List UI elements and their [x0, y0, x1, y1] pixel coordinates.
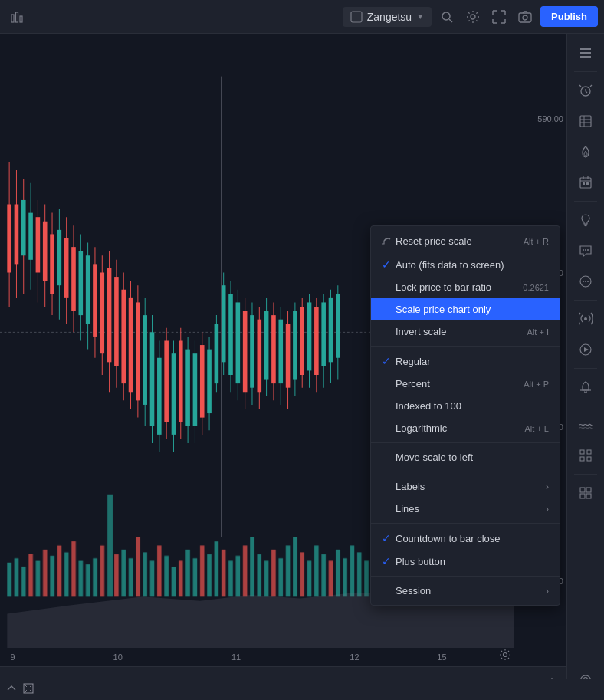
chart-type-button[interactable]	[6, 6, 28, 28]
svg-rect-211	[586, 494, 591, 498]
cm-shortcut-invert: Alt + I	[527, 327, 549, 337]
svg-rect-19	[79, 561, 84, 597]
cm-logarithmic[interactable]: Logarithmic Alt + L	[371, 417, 560, 439]
svg-rect-125	[164, 341, 169, 422]
cm-shortcut-log: Alt + L	[525, 424, 550, 433]
chart-area[interactable]: 590.00 588.00 586.00 584.00 9 10 11 12 1…	[0, 34, 566, 700]
svg-rect-140	[215, 324, 219, 383]
svg-rect-20	[86, 564, 90, 596]
xaxis-gear-button[interactable]	[499, 649, 511, 663]
cm-countdown[interactable]: ✓ Countdown to bar close	[371, 527, 560, 550]
cm-move-scale-left[interactable]: Move scale to left	[371, 446, 560, 468]
svg-rect-25	[121, 550, 126, 596]
svg-rect-174	[336, 294, 340, 357]
svg-rect-154	[264, 311, 269, 380]
svg-rect-48	[286, 546, 291, 597]
cm-label-invert: Invert scale	[396, 326, 527, 337]
svg-rect-111	[114, 277, 119, 366]
cm-check-auto: ✓	[382, 258, 396, 271]
svg-rect-168	[314, 307, 319, 375]
fire-icon-btn[interactable]	[571, 137, 600, 166]
svg-rect-119	[143, 315, 147, 405]
bell-icon-btn[interactable]	[571, 373, 600, 402]
cm-label-move: Move scale to left	[396, 452, 549, 463]
svg-rect-24	[114, 554, 119, 597]
layers-icon-btn[interactable]	[571, 478, 600, 508]
sidebar-sep-4	[574, 368, 597, 369]
svg-rect-58	[357, 552, 362, 596]
svg-rect-135	[200, 345, 205, 418]
cm-sep-1	[371, 346, 560, 347]
publish-button[interactable]: Publish	[540, 6, 598, 27]
svg-rect-107	[100, 273, 104, 354]
fullscreen-button[interactable]	[488, 6, 510, 28]
alarm-icon-btn[interactable]	[571, 76, 600, 105]
cm-session[interactable]: Session ›	[371, 580, 560, 602]
svg-point-6	[471, 15, 475, 19]
svg-rect-158	[278, 320, 283, 383]
sidebar-sep-2	[574, 201, 597, 202]
svg-rect-10	[15, 558, 19, 596]
calendar-icon-btn[interactable]	[571, 168, 600, 197]
cm-scale-chart-only[interactable]: Scale price chart only	[371, 298, 560, 320]
cm-invert-scale[interactable]: Invert scale Alt + I	[371, 320, 560, 343]
svg-rect-57	[350, 546, 355, 597]
symbol-button[interactable]: Zangetsu ▼	[343, 7, 432, 27]
svg-rect-129	[179, 341, 183, 422]
svg-rect-206	[580, 457, 584, 461]
cm-label-percent: Percent	[396, 378, 524, 389]
expand-button[interactable]	[23, 683, 34, 696]
cm-lines[interactable]: Lines ›	[371, 498, 560, 520]
svg-point-198	[585, 281, 586, 282]
price-label-590: 590.00	[517, 114, 563, 123]
cm-indexed[interactable]: Indexed to 100	[371, 395, 560, 417]
cm-labels[interactable]: Labels ›	[371, 475, 560, 498]
waves-icon-btn[interactable]	[571, 410, 600, 439]
svg-rect-115	[129, 298, 133, 392]
svg-rect-55	[336, 550, 340, 596]
chevron-up-button[interactable]	[6, 683, 17, 696]
lightbulb-icon-btn[interactable]	[571, 205, 600, 235]
svg-rect-210	[580, 494, 585, 498]
svg-rect-36	[200, 546, 205, 597]
grid2-icon-btn[interactable]	[571, 441, 600, 470]
cm-plus-button[interactable]: ✓ Plus button	[371, 550, 560, 573]
svg-rect-156	[271, 315, 276, 383]
chat-bubble-icon-btn[interactable]	[571, 236, 600, 265]
search-button[interactable]	[436, 6, 458, 28]
svg-rect-133	[193, 353, 198, 426]
svg-rect-150	[250, 315, 254, 388]
cm-auto[interactable]: ✓ Auto (fits data to screen)	[371, 253, 560, 276]
list-icon-btn[interactable]	[571, 38, 600, 67]
sidebar-sep-6	[574, 474, 597, 475]
cm-arrow-lines: ›	[546, 504, 549, 514]
cm-regular[interactable]: ✓ Regular	[371, 350, 560, 373]
cm-lock-ratio[interactable]: Lock price to bar ratio 0.2621	[371, 276, 560, 298]
table2-icon-btn[interactable]	[571, 107, 600, 136]
svg-rect-170	[321, 302, 326, 366]
screenshot-button[interactable]	[514, 6, 536, 28]
svg-rect-185	[580, 178, 591, 188]
svg-point-197	[583, 281, 584, 282]
settings-button[interactable]	[462, 6, 484, 28]
cm-reset-price-scale[interactable]: Reset price scale Alt + R	[371, 229, 560, 253]
very-bottom-bar	[0, 679, 604, 700]
play-icon-btn[interactable]	[571, 335, 600, 364]
svg-rect-103	[86, 255, 90, 324]
x-label-11: 11	[231, 652, 241, 662]
svg-rect-42	[243, 546, 248, 597]
signal-icon-btn[interactable]	[571, 304, 600, 334]
cm-sep-3	[371, 472, 560, 472]
svg-rect-56	[343, 558, 347, 596]
svg-rect-178	[580, 52, 591, 54]
cm-label-session: Session	[396, 585, 546, 596]
svg-rect-83	[15, 205, 19, 265]
svg-rect-31	[164, 556, 169, 596]
svg-rect-46	[271, 550, 276, 596]
svg-rect-205	[587, 450, 591, 454]
comment-icon-btn[interactable]	[571, 267, 600, 296]
cm-percent[interactable]: Percent Alt + P	[371, 373, 560, 395]
svg-rect-0	[11, 15, 14, 22]
cm-label-regular: Regular	[396, 356, 549, 367]
svg-rect-164	[300, 307, 304, 375]
